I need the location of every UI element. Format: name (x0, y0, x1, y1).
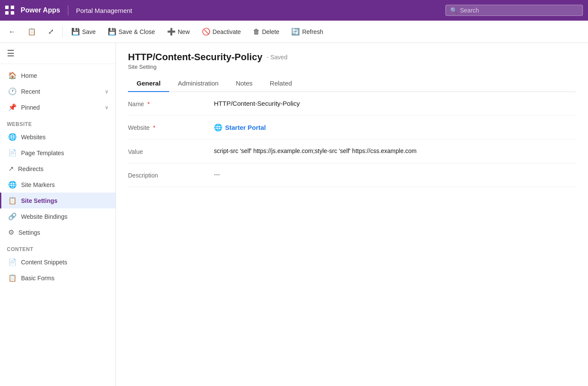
title-divider (68, 5, 68, 15)
site-settings-label: Site Settings (21, 197, 58, 204)
tabs-row: General Administration Notes Related (128, 75, 576, 92)
name-required-star: * (147, 101, 149, 107)
sidebar-item-page-templates[interactable]: 📄 Page Templates (0, 145, 116, 161)
page-templates-label: Page Templates (21, 150, 64, 156)
save-button[interactable]: 💾 Save (66, 25, 101, 38)
name-label-text: Name (128, 101, 144, 107)
site-settings-icon: 📋 (8, 196, 17, 205)
sidebar-item-websites[interactable]: 🌐 Websites (0, 129, 116, 145)
record-title: HTTP/Content-Security-Policy (128, 52, 262, 63)
redirects-icon: ↗ (8, 165, 14, 173)
save-close-label: Save & Close (119, 28, 155, 35)
save-label: Save (82, 28, 96, 35)
sidebar-item-site-markers[interactable]: 🌐 Site Markers (0, 177, 116, 193)
sidebar-item-site-settings[interactable]: 📋 Site Settings (0, 193, 116, 208)
sidebar-item-pinned[interactable]: 📌 Pinned ∨ (0, 99, 116, 115)
new-button[interactable]: ➕ New (162, 25, 195, 38)
website-label-text: Website (128, 124, 149, 131)
back-button[interactable]: ← (3, 25, 21, 38)
globe-icon: 🌐 (214, 123, 222, 132)
content-area: HTTP/Content-Security-Policy - Saved Sit… (116, 43, 588, 386)
delete-button[interactable]: 🗑 Delete (248, 25, 284, 38)
hamburger-icon[interactable]: ☰ (7, 48, 15, 58)
settings-icon: ⚙ (8, 228, 14, 236)
site-markers-icon: 🌐 (8, 181, 17, 189)
new-label: New (178, 28, 190, 35)
top-nav-bar: Power Apps Portal Management 🔍 (0, 0, 588, 21)
refresh-label: Refresh (302, 28, 323, 35)
sidebar-item-settings[interactable]: ⚙ Settings (0, 224, 116, 240)
pinned-icon: 📌 (8, 103, 17, 111)
recent-expand-icon: ∨ (105, 89, 109, 95)
tab-general[interactable]: General (128, 75, 169, 92)
form-icon: 📋 (27, 28, 36, 36)
expand-button[interactable]: ⤢ (43, 25, 59, 38)
save-close-button[interactable]: 💾 Save & Close (103, 25, 160, 38)
website-label: Website * (128, 123, 205, 131)
website-section-label: Website (0, 115, 116, 129)
sidebar-item-basic-forms[interactable]: 📋 Basic Forms (0, 270, 116, 286)
page-templates-icon: 📄 (8, 149, 17, 157)
recent-icon: 🕐 (8, 87, 17, 95)
delete-icon: 🗑 (253, 28, 260, 36)
name-label: Name * (128, 100, 205, 107)
save-close-icon: 💾 (108, 28, 116, 36)
sidebar-item-website-bindings[interactable]: 🔗 Website Bindings (0, 208, 116, 224)
sidebar-item-home[interactable]: 🏠 Home (0, 67, 116, 83)
basic-forms-icon: 📋 (8, 274, 17, 282)
refresh-icon: 🔄 (291, 28, 300, 36)
tab-notes[interactable]: Notes (227, 75, 261, 92)
search-input[interactable] (460, 7, 578, 14)
value-field-row: Value script-src 'self' https://js.examp… (128, 140, 576, 163)
websites-label: Websites (21, 134, 46, 141)
pinned-expand-icon: ∨ (105, 104, 109, 110)
record-status: - Saved (267, 54, 287, 61)
content-snippets-label: Content Snippets (21, 259, 67, 266)
tab-administration[interactable]: Administration (169, 75, 227, 92)
name-field-row: Name * HTTP/Content-Security-Policy (128, 92, 576, 116)
website-value: 🌐 Starter Portal (214, 123, 576, 132)
record-header: HTTP/Content-Security-Policy - Saved Sit… (116, 43, 588, 92)
redirects-label: Redirects (18, 165, 43, 172)
sidebar-pinned-label: Pinned (21, 104, 40, 111)
record-type: Site Setting (128, 64, 576, 75)
toolbar-separator-1 (62, 26, 63, 38)
value-value: script-src 'self' https://js.example.com… (214, 147, 576, 154)
main-layout: ☰ 🏠 Home 🕐 Recent ∨ 📌 Pinned ∨ Website (0, 43, 588, 386)
delete-label: Delete (262, 28, 279, 35)
website-link[interactable]: 🌐 Starter Portal (214, 123, 576, 132)
content-snippets-icon: 📄 (8, 258, 17, 266)
app-grid-icon[interactable] (5, 6, 15, 15)
sidebar-top: ☰ (0, 43, 116, 64)
settings-label: Settings (18, 229, 40, 236)
search-icon: 🔍 (450, 7, 457, 14)
home-icon: 🏠 (8, 71, 17, 80)
action-toolbar: ← 📋 ⤢ 💾 Save 💾 Save & Close ➕ New 🚫 Deac… (0, 21, 588, 43)
content-section-label: Content (0, 240, 116, 254)
sidebar-item-content-snippets[interactable]: 📄 Content Snippets (0, 254, 116, 270)
value-label: Value (128, 147, 205, 155)
app-title: Power Apps (21, 6, 60, 14)
sidebar-item-redirects[interactable]: ↗ Redirects (0, 161, 116, 177)
record-title-row: HTTP/Content-Security-Policy - Saved (128, 52, 576, 63)
search-bar[interactable]: 🔍 (445, 5, 583, 16)
module-title: Portal Management (76, 7, 132, 14)
sidebar: ☰ 🏠 Home 🕐 Recent ∨ 📌 Pinned ∨ Website (0, 43, 116, 386)
description-label: Description (128, 171, 205, 179)
form-view-button[interactable]: 📋 (22, 25, 41, 38)
websites-icon: 🌐 (8, 133, 17, 141)
website-link-text: Starter Portal (225, 124, 266, 131)
sidebar-recent-label: Recent (21, 88, 40, 95)
website-field-row: Website * 🌐 Starter Portal (128, 116, 576, 140)
tab-related[interactable]: Related (261, 75, 301, 92)
name-value: HTTP/Content-Security-Policy (214, 100, 576, 107)
website-required-star: * (153, 124, 155, 131)
sidebar-item-recent[interactable]: 🕐 Recent ∨ (0, 83, 116, 99)
expand-icon: ⤢ (48, 28, 54, 36)
deactivate-button[interactable]: 🚫 Deactivate (197, 25, 246, 38)
back-icon: ← (9, 28, 15, 36)
deactivate-label: Deactivate (213, 28, 241, 35)
sidebar-nav: 🏠 Home 🕐 Recent ∨ 📌 Pinned ∨ Website 🌐 W… (0, 64, 116, 386)
refresh-button[interactable]: 🔄 Refresh (286, 25, 328, 38)
new-icon: ➕ (167, 28, 176, 36)
